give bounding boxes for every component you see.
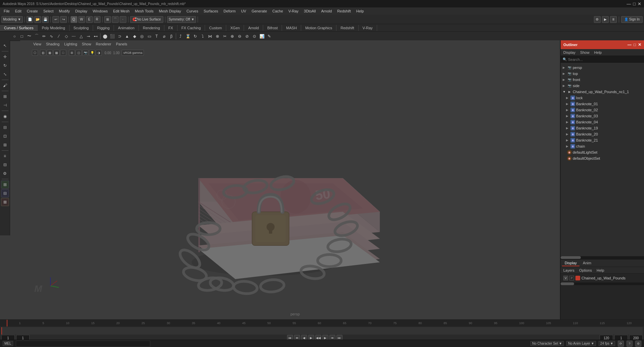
out-bottom-menu-help[interactable]: Help — [595, 268, 606, 273]
layer-row-chained[interactable]: V P Chained_up_Wad_Pounds — [562, 275, 643, 281]
outliner-scrollbar-thumb[interactable] — [561, 256, 581, 259]
outliner-bottom-scrollbar-thumb[interactable] — [561, 282, 574, 285]
window-controls[interactable]: — □ ✕ — [627, 1, 641, 6]
vp-menu-shading[interactable]: Shading — [45, 42, 61, 46]
tool-proj-btn[interactable]: ⊖ — [236, 33, 243, 40]
layer-vis-p[interactable]: P — [569, 276, 574, 280]
menu-select[interactable]: Select — [41, 8, 56, 14]
tool-cube-btn[interactable]: ⬛ — [109, 33, 116, 40]
tab-curves-surfaces[interactable]: Curves / Surfaces — [0, 25, 38, 31]
tool-poly-btn[interactable]: △ — [77, 33, 85, 40]
tree-item-front[interactable]: ▶ 📷 front — [561, 77, 644, 83]
rotate-tool-btn[interactable]: E — [86, 16, 93, 23]
menu-mesh-tools[interactable]: Mesh Tools — [132, 8, 156, 14]
tree-item-banknote21[interactable]: ▶ ▣ Banknote_21 — [561, 137, 644, 143]
tree-item-banknote01[interactable]: ▶ ▣ Banknote_01 — [561, 101, 644, 107]
menu-create[interactable]: Create — [25, 8, 40, 14]
outliner-close-btn[interactable]: ✕ — [638, 42, 641, 47]
tool-nurbs-btn[interactable]: ⌀ — [160, 33, 168, 40]
tool-plane-btn[interactable]: ▭ — [146, 33, 153, 40]
menu-mesh-display[interactable]: Mesh Display — [157, 8, 184, 14]
tree-item-defaultobjectset[interactable]: ▶ ◉ defaultObjectSet — [561, 155, 644, 161]
tool-graph-btn[interactable]: 📊 — [258, 33, 266, 40]
vp-smooth-btn[interactable]: ▦ — [47, 50, 53, 56]
tool-bezier2-btn[interactable]: β — [168, 33, 175, 40]
tool-circle-btn[interactable]: ○ — [11, 33, 18, 40]
frame-sel-btn[interactable]: ⊡ — [1, 132, 9, 140]
viewport[interactable]: View Shading Lighting Show Renderer Pane… — [20, 40, 560, 319]
tab-rigging[interactable]: Rigging — [93, 25, 114, 31]
tree-item-defaultlightset[interactable]: ▶ ◉ defaultLightSet — [561, 149, 644, 155]
move-tool-btn[interactable]: W — [78, 16, 85, 23]
tool-loft-btn[interactable]: ⌛ — [184, 33, 192, 40]
scale-tool-btn[interactable]: R — [94, 16, 100, 23]
undo-btn[interactable]: ↩ — [52, 16, 59, 23]
render-settings-btn[interactable]: ⚙ — [594, 16, 601, 23]
menu-redshift[interactable]: Redshift — [335, 8, 353, 14]
tab-redshift[interactable]: Redshift — [336, 25, 358, 31]
menu-windows[interactable]: Windows — [90, 8, 110, 14]
channel-box-btn[interactable]: ≡ — [1, 152, 9, 160]
tool-bridge-btn[interactable]: ⋈ — [206, 33, 214, 40]
menu-display[interactable]: Display — [73, 8, 90, 14]
scene-canvas[interactable]: 50 — [30, 57, 560, 319]
mel-command-input[interactable] — [16, 341, 150, 347]
save-scene-btn[interactable]: 💾 — [42, 16, 49, 23]
out-menu-help[interactable]: Help — [593, 50, 603, 55]
minimize-btn[interactable]: — — [627, 1, 631, 6]
outliner-bottom-scrollbar[interactable] — [561, 282, 644, 285]
vp-menu-lighting[interactable]: Lighting — [63, 42, 79, 46]
out-menu-show[interactable]: Show — [579, 50, 591, 55]
vp-light-btn[interactable]: 💡 — [89, 50, 95, 56]
tool-ep-btn[interactable]: ∿ — [48, 33, 55, 40]
tool-edit2-btn[interactable]: ✎ — [266, 33, 273, 40]
sign-in-btn[interactable]: 👤 Sign In — [621, 16, 643, 23]
vp-cam-btn[interactable]: 📷 — [82, 50, 88, 56]
tool-cv-btn[interactable]: ◇ — [63, 33, 70, 40]
tree-item-banknote20[interactable]: ▶ ▣ Banknote_20 — [561, 131, 644, 137]
menu-file[interactable]: File — [1, 8, 12, 14]
snap-to-point-btn[interactable]: · — [120, 16, 126, 23]
layer-vis-v[interactable]: V — [563, 276, 568, 280]
tool-cone-btn[interactable]: ▲ — [123, 33, 131, 40]
attr-editor-btn[interactable]: ⊟ — [1, 161, 9, 169]
tool-text-btn[interactable]: T — [153, 33, 160, 40]
out-bottom-menu-options[interactable]: Options — [578, 268, 593, 273]
menu-vray[interactable]: V-Ray — [286, 8, 301, 14]
tool-pencil-btn[interactable]: ✏ — [40, 33, 48, 40]
tool-fillet-btn[interactable]: ⊙ — [251, 33, 258, 40]
symmetry-selector[interactable]: Symmetry: Off ▼ — [167, 16, 196, 23]
select-tool-btn[interactable]: Q — [71, 16, 77, 23]
fps-selector[interactable]: 24 fps ▼ — [599, 341, 615, 346]
mode-selector[interactable]: Modeling ▼ — [1, 16, 23, 23]
tool-curve-btn[interactable]: 〜 — [26, 33, 33, 40]
tool-trim-btn[interactable]: ✂ — [221, 33, 229, 40]
vp-bndbox-btn[interactable]: □ — [60, 50, 66, 56]
vp-grid-btn[interactable]: ⊞ — [69, 50, 75, 56]
tool-rect-btn[interactable]: □ — [18, 33, 26, 40]
tool-cyl-btn[interactable]: ⊃ — [116, 33, 123, 40]
paint-btn[interactable]: 🖌 — [1, 81, 9, 89]
new-scene-btn[interactable]: 📄 — [27, 16, 33, 23]
render-btn[interactable]: ▶ — [602, 16, 609, 23]
menu-cache[interactable]: Cache — [270, 8, 285, 14]
anim-layer-btn[interactable]: ⊠ — [1, 198, 9, 206]
tab-mash[interactable]: MASH — [282, 25, 301, 31]
outliner-window-controls[interactable]: — □ ✕ — [628, 42, 641, 47]
tool-three-pt-btn[interactable]: ⊷ — [92, 33, 99, 40]
select-mode-btn[interactable]: ↖ — [1, 42, 9, 50]
out-menu-display[interactable]: Display — [562, 50, 577, 55]
tab-vray[interactable]: V-Ray — [359, 25, 377, 31]
script-language-selector[interactable]: MEL — [3, 341, 13, 346]
tool-diamond-btn[interactable]: ◆ — [131, 33, 138, 40]
vp-gamma-btn[interactable]: sRGB gamma — [122, 50, 144, 56]
tree-item-top[interactable]: ▶ 📷 top — [561, 71, 644, 77]
tree-item-banknote02[interactable]: ▶ ▣ Banknote_02 — [561, 107, 644, 113]
rotate-btn[interactable]: ↻ — [1, 62, 9, 70]
tree-item-lock[interactable]: ▶ ▣ lock — [561, 95, 644, 101]
tool-arc-btn[interactable]: ⌒ — [33, 33, 40, 40]
menu-edit[interactable]: Edit — [13, 8, 24, 14]
tab-arnold[interactable]: Arnold — [244, 25, 263, 31]
tab-poly-modeling[interactable]: Poly Modeling — [38, 25, 69, 31]
tree-item-chain[interactable]: ▶ ▣ chain — [561, 143, 644, 149]
